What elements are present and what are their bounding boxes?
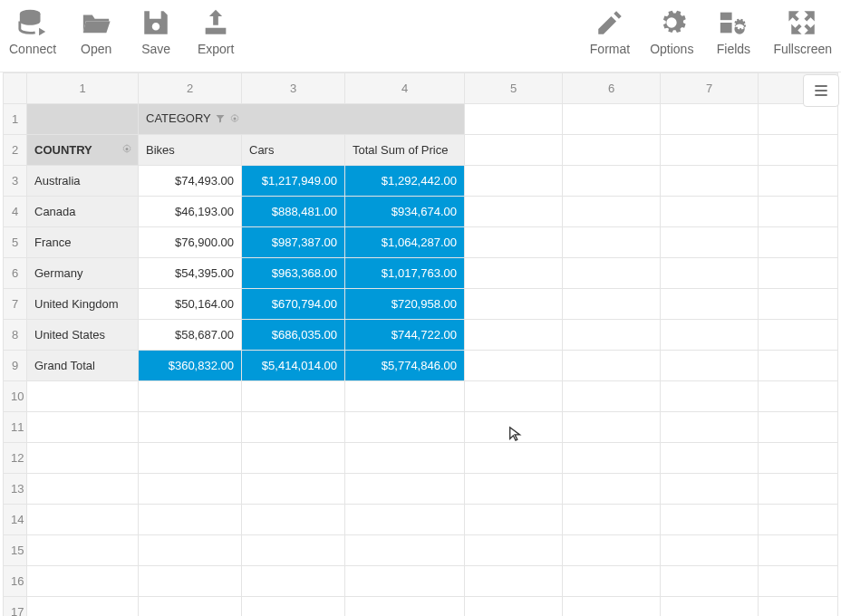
column-number[interactable]: 5 <box>465 73 563 104</box>
cell-total[interactable]: $1,017,763.00 <box>345 258 465 289</box>
save-button[interactable]: Save <box>136 7 176 56</box>
pivot-table: 12345671CATEGORY2COUNTRYBikesCarsTotal S… <box>3 72 838 616</box>
connect-label: Connect <box>9 42 56 56</box>
cell-cars[interactable]: $987,387.00 <box>242 227 345 258</box>
column-number-row: 1234567 <box>4 73 838 104</box>
row-number[interactable]: 7 <box>4 289 27 320</box>
cell-bikes[interactable]: $54,395.00 <box>139 258 242 289</box>
database-icon <box>16 7 49 38</box>
grand-total-label[interactable]: Grand Total <box>27 351 139 381</box>
column-number[interactable]: 1 <box>27 73 139 104</box>
row-number[interactable]: 5 <box>4 227 27 258</box>
row-header-country[interactable]: France <box>27 227 139 258</box>
row-number[interactable]: 2 <box>4 135 27 166</box>
hamburger-icon <box>812 82 830 100</box>
toolbar-right: Format Options Fields Fullscreen <box>590 7 832 56</box>
empty-row: 12 <box>4 443 838 474</box>
fullscreen-icon <box>787 7 819 38</box>
row-number[interactable]: 1 <box>4 104 27 135</box>
column-header[interactable]: Cars <box>242 135 345 166</box>
row-number[interactable]: 8 <box>4 320 27 351</box>
cell-cars[interactable]: $963,368.00 <box>242 258 345 289</box>
export-button[interactable]: Export <box>196 7 236 56</box>
column-number[interactable]: 2 <box>139 73 242 104</box>
row-header-country[interactable]: United Kingdom <box>27 289 139 320</box>
cell-total[interactable]: $744,722.00 <box>345 320 465 351</box>
column-number[interactable]: 4 <box>345 73 465 104</box>
cell-bikes[interactable]: $74,493.00 <box>139 166 242 197</box>
connect-button[interactable]: Connect <box>9 7 56 56</box>
open-button[interactable]: Open <box>76 7 116 56</box>
column-header[interactable]: Bikes <box>139 135 242 166</box>
country-header[interactable]: COUNTRY <box>27 135 139 166</box>
column-number[interactable]: 7 <box>661 73 759 104</box>
fullscreen-button[interactable]: Fullscreen <box>773 7 832 56</box>
row-number[interactable]: 12 <box>4 443 27 474</box>
save-label: Save <box>141 42 170 56</box>
cell-total[interactable]: $720,958.00 <box>345 289 465 320</box>
row-header-country[interactable]: United States <box>27 320 139 351</box>
cell-total[interactable]: $5,774,846.00 <box>345 351 465 381</box>
cell-bikes[interactable]: $50,164.00 <box>139 289 242 320</box>
country-label: COUNTRY <box>34 143 92 157</box>
row-number[interactable]: 6 <box>4 258 27 289</box>
fields-icon <box>717 7 749 38</box>
row-number[interactable]: 14 <box>4 505 27 535</box>
cell-cars[interactable]: $1,217,949.00 <box>242 166 345 197</box>
export-icon <box>199 7 232 38</box>
fields-label: Fields <box>717 42 750 56</box>
cell-total[interactable]: $1,064,287.00 <box>345 227 465 258</box>
format-button[interactable]: Format <box>590 7 630 56</box>
row-header-country[interactable]: Canada <box>27 197 139 227</box>
cell-bikes[interactable]: $360,832.00 <box>139 351 242 381</box>
row-number[interactable]: 9 <box>4 351 27 381</box>
table-row: 7United Kingdom$50,164.00$670,794.00$720… <box>4 289 838 320</box>
cell-cars[interactable]: $888,481.00 <box>242 197 345 227</box>
toolbar: Connect Open Save Export Format <box>0 0 841 72</box>
column-number[interactable]: 3 <box>242 73 345 104</box>
column-number[interactable]: 6 <box>563 73 661 104</box>
row-number[interactable]: 11 <box>4 412 27 443</box>
cell-cars[interactable]: $686,035.00 <box>242 320 345 351</box>
cell-total[interactable]: $1,292,442.00 <box>345 166 465 197</box>
column-header[interactable]: Total Sum of Price <box>345 135 465 166</box>
cell-bikes[interactable]: $46,193.00 <box>139 197 242 227</box>
options-button[interactable]: Options <box>650 7 693 56</box>
cell-cars[interactable]: $5,414,014.00 <box>242 351 345 381</box>
fields-button[interactable]: Fields <box>713 7 753 56</box>
empty-row: 13 <box>4 474 838 505</box>
row-number[interactable]: 13 <box>4 474 27 505</box>
edit-icon <box>594 7 626 38</box>
table-row: 4Canada$46,193.00$888,481.00$934,674.00 <box>4 197 838 227</box>
table-row: 5France$76,900.00$987,387.00$1,064,287.0… <box>4 227 838 258</box>
row-number[interactable]: 17 <box>4 597 27 617</box>
row-number[interactable]: 3 <box>4 166 27 197</box>
category-header[interactable]: CATEGORY <box>139 104 465 135</box>
grid-menu-button[interactable] <box>803 74 839 107</box>
cell-bikes[interactable]: $58,687.00 <box>139 320 242 351</box>
grand-total-row: 9Grand Total$360,832.00$5,414,014.00$5,7… <box>4 351 838 381</box>
empty-row: 11 <box>4 412 838 443</box>
row-number[interactable]: 10 <box>4 381 27 412</box>
folder-open-icon <box>80 7 112 38</box>
row-number[interactable]: 16 <box>4 566 27 597</box>
toolbar-left: Connect Open Save Export <box>9 7 236 56</box>
open-label: Open <box>81 42 111 56</box>
cell-cars[interactable]: $670,794.00 <box>242 289 345 320</box>
cell-bikes[interactable]: $76,900.00 <box>139 227 242 258</box>
row-header-country[interactable]: Germany <box>27 258 139 289</box>
row-number[interactable]: 4 <box>4 197 27 227</box>
cell-total[interactable]: $934,674.00 <box>345 197 465 227</box>
gear-icon[interactable] <box>121 143 132 157</box>
pivot-corner[interactable] <box>27 104 139 135</box>
svg-point-6 <box>233 117 236 120</box>
row-number[interactable]: 15 <box>4 535 27 566</box>
gear-icon <box>655 7 688 38</box>
svg-rect-1 <box>720 13 732 21</box>
empty-row: 14 <box>4 505 838 535</box>
empty-row: 16 <box>4 566 838 597</box>
format-label: Format <box>590 42 630 56</box>
row-header-country[interactable]: Australia <box>27 166 139 197</box>
gear-icon[interactable] <box>229 113 240 127</box>
filter-icon[interactable] <box>215 113 226 127</box>
